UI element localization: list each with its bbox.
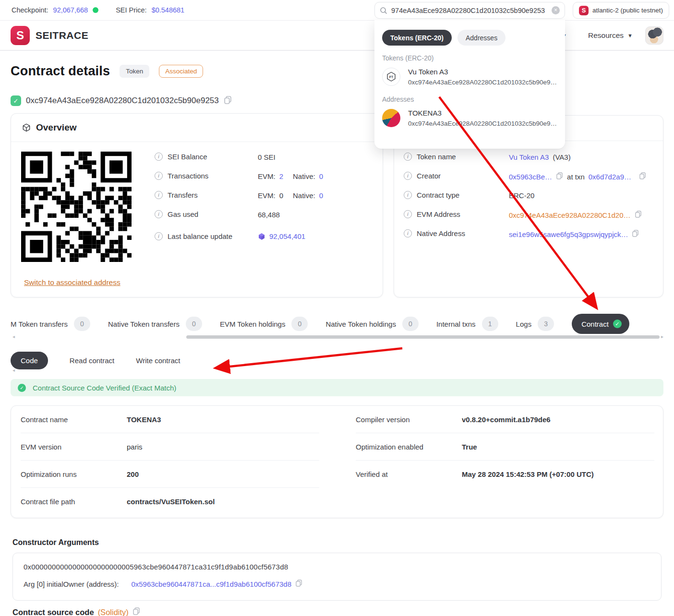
tab-count: 0 <box>74 317 90 331</box>
optimization-enabled-label: Optimization enabled <box>356 443 462 451</box>
tab-label: Native Token transfers <box>108 320 180 328</box>
constructor-raw-bytes: 0x0000000000000000000000005963cbe9604478… <box>24 563 650 571</box>
evm-version-value: paris <box>127 443 143 451</box>
transfers-native-count[interactable]: 0 <box>319 191 323 200</box>
tab-count: 1 <box>482 317 498 331</box>
tab-internal-txns[interactable]: Internal txns 1 <box>436 317 498 331</box>
resources-label: Resources <box>588 31 624 40</box>
filter-tokens-erc20[interactable]: Tokens (ERC-20) <box>382 30 452 46</box>
search-results-dropdown: Tokens (ERC-20) Addresses Tokens (ERC-20… <box>374 20 565 149</box>
brand-logo[interactable]: S SEITRACE <box>11 26 88 45</box>
contract-file-path-label: Contract file path <box>21 498 127 506</box>
annotation-arrows <box>0 0 674 616</box>
copy-icon[interactable] <box>224 96 232 106</box>
contract-info-card: Contract name TOKENA3 EVM version paris … <box>11 405 663 518</box>
scroll-left-icon: ◂ <box>12 367 15 373</box>
search-result-address[interactable]: TOKENA3 0xc974eA43aEce928A02280C1d201032… <box>382 108 557 128</box>
check-icon: ✓ <box>18 384 26 392</box>
compiler-version-value: v0.8.20+commit.a1b79de6 <box>462 415 551 424</box>
native-label: Native: <box>293 172 315 180</box>
info-row: Verified at May 28 2024 15:42:53 PM (+07… <box>356 461 654 488</box>
copy-icon[interactable] <box>132 607 140 616</box>
token-name-link[interactable]: Vu Token A3 <box>509 153 549 161</box>
network-selector[interactable]: S atlantic-2 (public testnet) <box>573 2 669 19</box>
constructor-arg-label: Arg [0] initialOwner (address): <box>24 580 119 588</box>
ft-token-icon: FT <box>382 68 400 86</box>
switch-associated-address-link[interactable]: Switch to associated address <box>24 278 120 287</box>
check-icon: ✓ <box>613 320 622 328</box>
tab-count: 3 <box>538 317 554 331</box>
contract-name-label: Contract name <box>21 415 127 424</box>
tab-token-transfers[interactable]: M Token transfers 0 <box>11 317 90 331</box>
contract-name-value: TOKENA3 <box>127 415 161 424</box>
native-address-link[interactable]: sei1e96w5sawe6fg5q3gpswjqypjck… <box>509 230 628 238</box>
result-token-name: Vu Token A3 <box>408 68 557 76</box>
filter-addresses[interactable]: Addresses <box>457 30 506 46</box>
transactions-evm-count[interactable]: 2 <box>279 172 283 180</box>
scroll-right-icon[interactable]: ▸ <box>661 334 663 339</box>
creator-address-link[interactable]: 0x5963cBe… <box>509 173 552 181</box>
evm-address-link[interactable]: 0xc974eA43aEce928A02280C1d20… <box>509 211 631 219</box>
info-row: Compiler version v0.8.20+commit.a1b79de6 <box>356 406 654 433</box>
tab-native-token-transfers[interactable]: Native Token transfers 0 <box>108 317 202 331</box>
evm-label: EVM: <box>258 191 276 200</box>
nav-resources[interactable]: Resources ▼ <box>588 31 633 40</box>
info-row: EVM version paris <box>21 433 319 461</box>
optimization-enabled-value: True <box>462 443 477 451</box>
page-title: Contract details <box>11 64 110 79</box>
token-name-label: Token name <box>417 153 456 161</box>
search-bar[interactable]: × <box>374 2 565 19</box>
subtab-read-contract[interactable]: Read contract <box>70 356 114 365</box>
sei-balance-label: SEI Balance <box>168 153 207 161</box>
tab-native-token-holdings[interactable]: Native Token holdings 0 <box>325 317 418 331</box>
tab-label: M Token transfers <box>11 320 68 328</box>
tab-contract-active[interactable]: Contract ✓ <box>572 314 629 334</box>
tab-label: EVM Token holdings <box>220 320 285 328</box>
optimization-runs-value: 200 <box>127 470 139 478</box>
transfers-label: Transfers <box>168 191 198 199</box>
search-input[interactable] <box>391 7 548 14</box>
contract-source-code-label: Contract source code <box>12 608 94 616</box>
result-address-value: 0xc974eA43aEce928A02280C1d201032c5b90e9… <box>408 120 557 127</box>
clear-search-icon[interactable]: × <box>552 6 560 14</box>
search-icon <box>380 7 387 14</box>
last-balance-update-value[interactable]: 92,054,401 <box>269 232 305 240</box>
tab-count: 0 <box>402 317 419 331</box>
network-logo-icon: S <box>579 6 589 15</box>
user-avatar[interactable] <box>645 26 663 45</box>
verified-banner: ✓ Contract Source Code Verified (Exact M… <box>11 379 663 396</box>
tab-label: Native Token holdings <box>325 320 396 328</box>
tokens-section-label: Tokens (ERC-20) <box>382 54 557 62</box>
copy-icon[interactable] <box>639 172 646 181</box>
last-balance-update-label: Last balance update <box>168 232 232 240</box>
tab-count: 0 <box>291 317 308 331</box>
search-result-token[interactable]: FT Vu Token A3 0xc974eA43aEce928A02280C1… <box>382 67 557 87</box>
info-icon: i <box>155 232 163 240</box>
scroll-left-icon[interactable]: ◂ <box>12 334 15 339</box>
gas-used-label: Gas used <box>168 210 198 218</box>
subtab-write-contract[interactable]: Write contract <box>136 356 180 365</box>
tab-logs[interactable]: Logs 3 <box>516 317 554 331</box>
info-icon: i <box>155 172 163 180</box>
chevron-down-icon: ▼ <box>627 33 633 38</box>
associated-badge: Associated <box>159 65 203 78</box>
sei-price-value[interactable]: $0.548681 <box>152 6 185 14</box>
copy-icon[interactable] <box>295 580 302 588</box>
tab-label: Contract <box>581 320 609 328</box>
copy-icon[interactable] <box>632 230 639 238</box>
tab-count: 0 <box>186 317 202 331</box>
transactions-native-count[interactable]: 0 <box>319 172 323 180</box>
subtab-code-active[interactable]: Code <box>11 352 48 369</box>
checkpoint-value[interactable]: 92,067,668 <box>53 6 88 14</box>
native-label: Native: <box>293 191 315 200</box>
overview-title: Overview <box>36 122 77 133</box>
tab-evm-token-holdings[interactable]: EVM Token holdings 0 <box>220 317 308 331</box>
tabs-scrollbar[interactable] <box>186 335 660 339</box>
info-row: Optimization enabled True <box>356 433 654 461</box>
copy-icon[interactable] <box>556 172 563 181</box>
status-dot <box>93 7 98 13</box>
creator-txn-link[interactable]: 0x6d7d2a9… <box>589 173 631 181</box>
constructor-arg-address-link[interactable]: 0x5963cbe960447871ca...c9f1d9ab6100cf567… <box>131 580 291 588</box>
block-cube-icon <box>258 233 265 240</box>
copy-icon[interactable] <box>635 211 642 219</box>
